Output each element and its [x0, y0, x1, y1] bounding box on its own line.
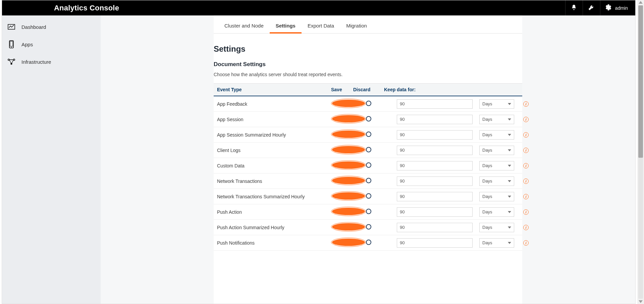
- save-radio[interactable]: [331, 176, 366, 185]
- unit-select-value: Days: [482, 148, 492, 153]
- unit-select[interactable]: Days: [479, 115, 514, 124]
- info-icon[interactable]: i: [523, 117, 529, 122]
- event-type-label: Push Action Summarized Hourly: [214, 225, 331, 230]
- table-row: App FeedbackDaysi: [214, 96, 522, 112]
- tab-settings[interactable]: Settings: [270, 15, 302, 33]
- unit-select[interactable]: Days: [479, 130, 514, 140]
- col-save: Save: [331, 87, 353, 92]
- tab-migration[interactable]: Migration: [340, 15, 373, 33]
- save-radio[interactable]: [331, 207, 366, 216]
- keep-value-input[interactable]: [397, 207, 473, 217]
- keep-value-input[interactable]: [397, 146, 473, 155]
- scroll-down-icon[interactable]: [639, 300, 643, 303]
- discard-radio[interactable]: [366, 162, 371, 168]
- unit-select[interactable]: Days: [479, 146, 514, 155]
- keep-value-input[interactable]: [397, 115, 473, 124]
- discard-radio[interactable]: [366, 147, 371, 152]
- save-radio[interactable]: [331, 145, 366, 154]
- unit-select-value: Days: [482, 117, 492, 122]
- scroll-up-icon[interactable]: [639, 1, 643, 4]
- tab-cluster-and-node[interactable]: Cluster and Node: [218, 15, 270, 33]
- svg-point-5: [8, 59, 9, 60]
- save-radio[interactable]: [331, 99, 366, 108]
- unit-select[interactable]: Days: [479, 207, 514, 217]
- settings-table: Event Type Save Discard Keep data for: A…: [214, 83, 522, 251]
- scroll-track[interactable]: [638, 5, 643, 299]
- unit-select-value: Days: [482, 240, 492, 245]
- chevron-down-icon: [508, 196, 511, 198]
- sidebar-item-infrastructure[interactable]: Infrastructure: [2, 53, 101, 70]
- info-icon[interactable]: i: [523, 194, 529, 199]
- keep-value-input[interactable]: [397, 130, 473, 140]
- unit-select[interactable]: Days: [479, 223, 514, 232]
- table-row: Push Action Summarized HourlyDaysi: [214, 220, 522, 235]
- chevron-down-icon: [508, 118, 511, 120]
- sidebar-item-apps[interactable]: Apps: [2, 36, 101, 53]
- info-icon[interactable]: i: [523, 148, 529, 153]
- info-icon[interactable]: i: [523, 225, 529, 230]
- table-row: App SessionDaysi: [214, 112, 522, 127]
- discard-radio[interactable]: [366, 132, 371, 137]
- save-radio[interactable]: [331, 160, 366, 170]
- event-type-label: App Feedback: [214, 101, 331, 107]
- tab-export-data[interactable]: Export Data: [302, 15, 340, 33]
- unit-select-value: Days: [482, 132, 492, 137]
- discard-radio[interactable]: [366, 101, 371, 106]
- info-icon[interactable]: i: [523, 179, 529, 184]
- unit-select[interactable]: Days: [479, 99, 514, 109]
- scroll-thumb[interactable]: [638, 5, 643, 158]
- col-event-type: Event Type: [214, 87, 331, 92]
- event-type-label: App Session Summarized Hourly: [214, 132, 331, 138]
- discard-radio[interactable]: [366, 193, 371, 199]
- unit-select[interactable]: Days: [479, 238, 514, 248]
- unit-select-value: Days: [482, 179, 492, 184]
- tools-button[interactable]: [583, 0, 600, 15]
- unit-select[interactable]: Days: [479, 192, 514, 201]
- info-icon[interactable]: i: [523, 132, 529, 138]
- event-type-label: Network Transactions Summarized Hourly: [214, 194, 331, 199]
- unit-select[interactable]: Days: [479, 161, 514, 170]
- info-icon[interactable]: i: [523, 209, 529, 215]
- unit-select-value: Days: [482, 101, 492, 106]
- keep-value-input[interactable]: [397, 223, 473, 232]
- sidebar-item-label: Infrastructure: [21, 59, 51, 65]
- page-scrollbar[interactable]: [637, 0, 644, 304]
- table-row: Push NotificationsDaysi: [214, 235, 522, 251]
- discard-radio[interactable]: [366, 178, 371, 183]
- unit-select-value: Days: [482, 225, 492, 230]
- table-row: Custom DataDaysi: [214, 158, 522, 173]
- gear-icon: [605, 4, 612, 12]
- svg-point-4: [11, 47, 12, 48]
- table-row: App Session Summarized HourlyDaysi: [214, 127, 522, 143]
- save-radio[interactable]: [331, 114, 366, 123]
- svg-rect-3: [10, 41, 13, 46]
- discard-radio[interactable]: [366, 240, 371, 245]
- user-menu[interactable]: admin: [600, 0, 635, 15]
- discard-radio[interactable]: [366, 209, 371, 214]
- sidebar-item-dashboard[interactable]: Dashboard: [2, 18, 101, 36]
- keep-value-input[interactable]: [397, 99, 473, 109]
- save-radio[interactable]: [331, 238, 366, 247]
- keep-value-input[interactable]: [397, 192, 473, 201]
- keep-value-input[interactable]: [397, 238, 473, 248]
- save-radio[interactable]: [331, 130, 366, 139]
- unit-select[interactable]: Days: [479, 176, 514, 186]
- unit-select-value: Days: [482, 163, 492, 168]
- topbar: Analytics Console admin: [2, 0, 635, 15]
- sidebar-item-label: Dashboard: [21, 24, 46, 30]
- event-type-label: Push Notifications: [214, 240, 331, 246]
- info-icon[interactable]: i: [523, 163, 529, 168]
- info-icon[interactable]: i: [523, 240, 529, 246]
- keep-value-input[interactable]: [397, 176, 473, 186]
- table-row: Network TransactionsDaysi: [214, 173, 522, 189]
- page-title: Settings: [214, 41, 522, 61]
- info-icon[interactable]: i: [523, 101, 529, 107]
- table-row: Push ActionDaysi: [214, 204, 522, 220]
- save-radio[interactable]: [331, 222, 366, 232]
- keep-value-input[interactable]: [397, 161, 473, 170]
- chevron-down-icon: [508, 134, 511, 136]
- save-radio[interactable]: [331, 191, 366, 201]
- discard-radio[interactable]: [366, 224, 371, 230]
- discard-radio[interactable]: [366, 116, 371, 121]
- bell-button[interactable]: [565, 0, 583, 15]
